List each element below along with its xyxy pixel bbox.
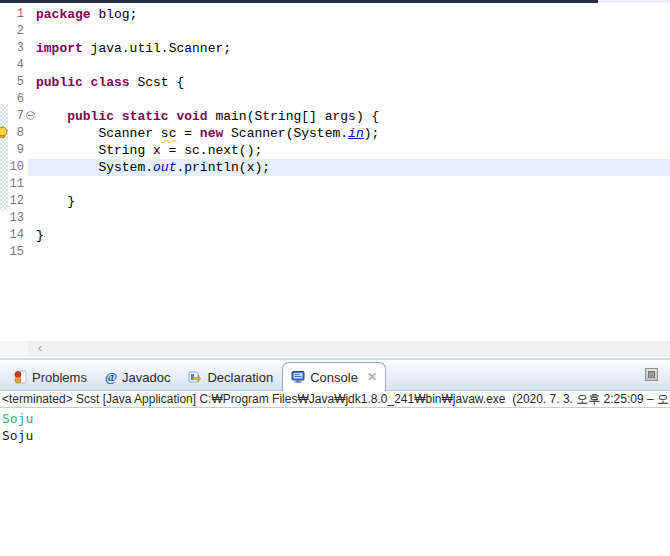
console-line: Soju <box>2 427 670 444</box>
code-line-11[interactable] <box>28 176 670 193</box>
line-number: 12 <box>8 193 28 210</box>
console-icon <box>291 370 305 384</box>
code-line-6[interactable] <box>28 91 670 108</box>
eclipse-window: 123456789101112131415 package blog;impor… <box>0 0 670 556</box>
console-line: Soju <box>2 410 670 427</box>
code-line-7[interactable]: public static void main(String[] args) { <box>28 108 670 125</box>
code-line-10[interactable]: System.out.println(x); <box>28 159 670 176</box>
tab-console[interactable]: Console ✕ <box>282 362 386 391</box>
code-line-3[interactable]: import java.util.Scanner; <box>28 40 670 57</box>
code-segment: = <box>176 126 199 141</box>
code-segment: package <box>36 7 91 22</box>
close-icon[interactable]: ✕ <box>367 370 377 384</box>
range-indicator <box>0 105 8 210</box>
line-number: 15 <box>8 244 28 261</box>
code-line-12[interactable]: } <box>28 193 670 210</box>
code-segment: System. <box>36 160 153 175</box>
line-number: 10 <box>8 159 28 176</box>
code-segment: public class <box>36 75 130 90</box>
tab-problems[interactable]: Problems <box>4 364 96 390</box>
console-status-line: <terminated> Scst [Java Application] C:₩… <box>0 391 670 408</box>
line-number: 7 <box>8 108 28 125</box>
scroll-left-arrow-icon[interactable]: ‹ <box>34 341 46 357</box>
code-segment: .println(x); <box>176 160 270 175</box>
line-number: 11 <box>8 176 28 193</box>
code-segment: import <box>36 41 83 56</box>
code-segment: } <box>36 194 75 209</box>
line-number: 6 <box>8 91 28 108</box>
code-line-4[interactable] <box>28 57 670 74</box>
code-line-15[interactable] <box>28 244 670 261</box>
code-line-13[interactable] <box>28 210 670 227</box>
scrollbar-corner <box>0 341 28 357</box>
tab-declaration[interactable]: Declaration <box>179 364 282 390</box>
line-number-column[interactable]: 123456789101112131415 <box>8 6 28 261</box>
code-segment: sc <box>161 126 177 141</box>
line-number: 5 <box>8 74 28 91</box>
code-segment: } <box>36 228 44 243</box>
tab-label: Javadoc <box>122 370 170 385</box>
code-line-14[interactable]: } <box>28 227 670 244</box>
code-segment: Scanner <box>36 126 161 141</box>
line-number: 9 <box>8 142 28 159</box>
code-segment: main(String[] args) { <box>208 109 380 124</box>
line-number: 8 <box>8 125 28 142</box>
declaration-icon <box>188 370 202 384</box>
javadoc-icon: @ <box>105 369 117 385</box>
code-line-5[interactable]: public class Scst { <box>28 74 670 91</box>
console-view: Problems @ Javadoc Declaration <box>0 358 670 556</box>
code-segment: Scanner(System. <box>223 126 348 141</box>
problems-icon <box>13 370 27 384</box>
code-segment: ); <box>364 126 380 141</box>
console-output[interactable]: SojuSoju <box>0 408 670 444</box>
code-segment: out <box>153 160 176 175</box>
line-number: 13 <box>8 210 28 227</box>
code-segment: java.util.Scanner; <box>83 41 231 56</box>
line-number: 4 <box>8 57 28 74</box>
tab-label: Console <box>310 370 358 385</box>
tab-label: Declaration <box>207 370 273 385</box>
line-number: 14 <box>8 227 28 244</box>
code-segment <box>36 109 67 124</box>
code-line-8[interactable]: Scanner sc = new Scanner(System.in); <box>28 125 670 142</box>
code-segment: blog; <box>91 7 138 22</box>
line-number: 1 <box>8 6 28 23</box>
code-segment: Scst { <box>130 75 185 90</box>
restore-view-button[interactable] <box>645 368 658 381</box>
code-line-1[interactable]: package blog; <box>28 6 670 23</box>
java-editor[interactable]: 123456789101112131415 package blog;impor… <box>0 3 670 341</box>
horizontal-scrollbar[interactable]: ‹ <box>0 341 670 357</box>
code-segment: in <box>348 126 364 141</box>
line-number: 3 <box>8 40 28 57</box>
code-segment: new <box>200 126 223 141</box>
view-tabbar: Problems @ Javadoc Declaration <box>0 360 670 391</box>
code-line-9[interactable]: String x = sc.next(); <box>28 142 670 159</box>
line-number: 2 <box>8 23 28 40</box>
tab-javadoc[interactable]: @ Javadoc <box>96 364 180 390</box>
annotation-ruler[interactable] <box>0 3 8 341</box>
code-segment: String x = sc.next(); <box>36 143 262 158</box>
code-line-2[interactable] <box>28 23 670 40</box>
tab-label: Problems <box>32 370 87 385</box>
code-area[interactable]: package blog;import java.util.Scanner;pu… <box>28 6 670 261</box>
code-segment: public static void <box>67 109 207 124</box>
